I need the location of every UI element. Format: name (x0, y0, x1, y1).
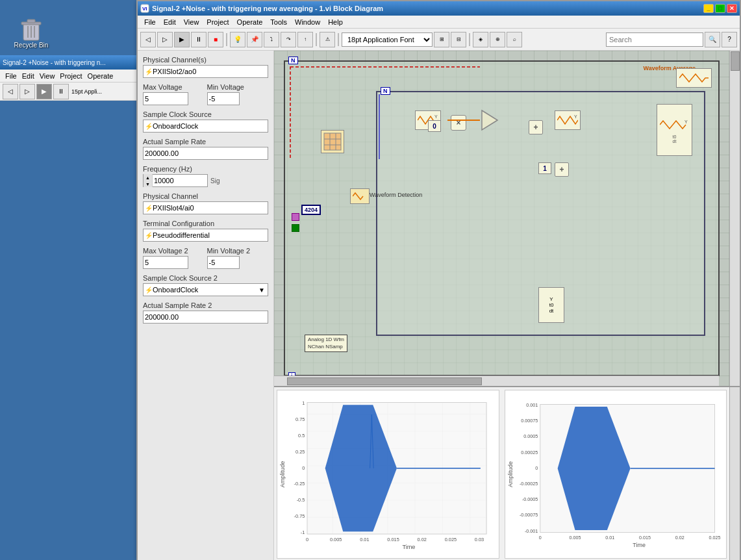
svg-text:0.02: 0.02 (418, 537, 427, 542)
vi-block-add1[interactable]: + (529, 120, 543, 134)
maximize-button[interactable]: □ (715, 4, 725, 13)
menu-tools[interactable]: Tools (266, 17, 291, 27)
vi-const-0: 0 (428, 120, 441, 132)
physical-channel-input[interactable] (153, 68, 266, 75)
n-label-inner: N (381, 87, 390, 95)
max-voltage2-label: Max Voltage 2 (143, 247, 205, 255)
second-menu-file[interactable]: File (3, 71, 19, 81)
charts-scrollbar[interactable] (729, 387, 740, 560)
scrollbar-thumb-v[interactable] (731, 51, 740, 71)
svg-text:0.015: 0.015 (639, 535, 651, 541)
toolbar-align[interactable]: ⊞ (434, 32, 449, 47)
second-toolbar-run[interactable]: ▶ (36, 84, 52, 99)
vi-block-ytdt[interactable]: Y t0 dt (538, 287, 564, 323)
svg-text:0.0005: 0.0005 (523, 434, 538, 439)
terminal-config-input[interactable] (153, 231, 266, 239)
close-button[interactable]: ✕ (727, 4, 737, 13)
svg-text:-0.25: -0.25 (294, 481, 305, 487)
vi-block-matrix[interactable] (321, 130, 344, 153)
sample-clock2-dropdown-icon[interactable]: ▼ (257, 286, 266, 294)
svg-text:0.00075: 0.00075 (521, 418, 538, 424)
toolbar-help[interactable]: ? (722, 32, 737, 47)
svg-text:0.005: 0.005 (569, 535, 581, 541)
menu-file[interactable]: File (140, 17, 160, 27)
second-menu-edit[interactable]: Edit (19, 71, 37, 81)
vi-block-waveform-detect[interactable] (350, 188, 370, 204)
second-toolbar-forward[interactable]: ▷ (19, 84, 35, 99)
toolbar-distribute[interactable]: ⊟ (451, 32, 466, 47)
second-window-title: Signal-2 +Noise - with triggering n... (3, 59, 106, 66)
freq-up-arrow[interactable]: ▲ (144, 174, 152, 181)
sample-clock-input[interactable] (153, 122, 266, 130)
vi-block-add2[interactable]: + (555, 162, 569, 177)
toolbar-warn[interactable]: ⚠ (320, 32, 335, 47)
svg-text:0.001: 0.001 (526, 403, 538, 408)
toolbar-search-btn[interactable]: 🔍 (705, 32, 720, 47)
frequency-input[interactable] (153, 177, 205, 185)
scrollbar-horizontal[interactable] (274, 375, 719, 386)
vi-block-waveform-avg[interactable]: Y t0 dt (657, 104, 692, 156)
menu-project[interactable]: Project (203, 17, 232, 27)
svg-text:0.5: 0.5 (298, 433, 305, 439)
svg-text:VI: VI (142, 6, 147, 12)
vi-block-waveform-output[interactable] (676, 68, 712, 88)
min-voltage-input[interactable]: -5 (207, 92, 240, 105)
second-toolbar-back[interactable]: ◁ (3, 84, 18, 99)
svg-marker-18 (482, 110, 497, 130)
max-voltage-label: Max Voltage (143, 83, 205, 91)
toolbar-view[interactable]: ⊕ (490, 32, 505, 47)
toolbar-abort[interactable]: ■ (208, 32, 223, 47)
toolbar-pause[interactable]: ⏸ (191, 32, 207, 47)
svg-rect-11 (324, 133, 341, 150)
toolbar-highlight[interactable]: 💡 (230, 32, 245, 47)
frequency-label: Frequency (Hz) (143, 165, 208, 173)
max-voltage-input[interactable]: 5 (143, 92, 188, 105)
svg-text:0.25: 0.25 (295, 449, 305, 455)
svg-text:0.005: 0.005 (330, 537, 342, 542)
menu-edit[interactable]: Edit (160, 17, 180, 27)
actual-sample-rate2-input[interactable]: 200000.00 (143, 311, 268, 324)
second-menu-operate[interactable]: Operate (85, 71, 116, 81)
minimize-button[interactable]: _ (703, 4, 714, 13)
font-selector[interactable]: 18pt Application Font (342, 32, 433, 47)
max-voltage2-input[interactable]: 5 (143, 256, 188, 269)
toolbar-step-over[interactable]: ↷ (281, 32, 296, 47)
menu-window[interactable]: Window (291, 17, 324, 27)
separator-3 (338, 33, 339, 46)
vi-block-multiply[interactable]: × (451, 115, 466, 131)
sample-clock2-input[interactable] (153, 286, 257, 294)
toolbar-back[interactable]: ◁ (140, 32, 156, 47)
menu-operate[interactable]: Operate (233, 17, 267, 27)
menu-help[interactable]: Help (324, 17, 347, 27)
separator-1 (226, 33, 227, 46)
n-label-top: N (288, 57, 298, 64)
svg-text:Y: Y (684, 120, 688, 124)
desktop-icon-recycle-bin[interactable]: Recycle Bin (5, 10, 57, 54)
physical-channel2-input[interactable] (153, 204, 266, 212)
second-menu-view[interactable]: View (37, 71, 58, 81)
toolbar-zoom[interactable]: ⌕ (507, 32, 522, 47)
second-menu-project[interactable]: Project (57, 71, 84, 81)
toolbar-retain[interactable]: 📌 (247, 32, 262, 47)
toolbar-step-out[interactable]: ↑ (297, 32, 313, 47)
svg-text:0.75: 0.75 (295, 416, 305, 422)
toolbar-forward[interactable]: ▷ (157, 32, 173, 47)
toolbar-arrange[interactable]: ◈ (473, 32, 488, 47)
separator-4 (469, 33, 470, 46)
menu-view[interactable]: View (180, 17, 203, 27)
toolbar-run[interactable]: ▶ (174, 32, 190, 47)
second-toolbar-pause[interactable]: ⏸ (53, 84, 69, 99)
toolbar-step-into[interactable]: ⤵ (264, 32, 279, 47)
min-voltage2-input[interactable]: -5 (207, 256, 240, 269)
freq-down-arrow[interactable]: ▼ (144, 181, 152, 187)
scrollbar-thumb-h[interactable] (287, 377, 482, 385)
search-input[interactable] (606, 32, 703, 47)
vi-block-amplifier[interactable] (480, 108, 499, 132)
max-min-voltage-group: Max Voltage 5 Min Voltage -5 (143, 83, 268, 105)
actual-sample-rate-label: Actual Sample Rate (143, 138, 268, 146)
vi-block-waveform2[interactable]: Y (555, 110, 581, 130)
sig-label: Sig (210, 177, 220, 185)
actual-sample-rate-input[interactable]: 200000.00 (143, 147, 268, 160)
svg-text:0.01: 0.01 (605, 535, 614, 541)
scrollbar-vertical[interactable] (729, 51, 740, 386)
